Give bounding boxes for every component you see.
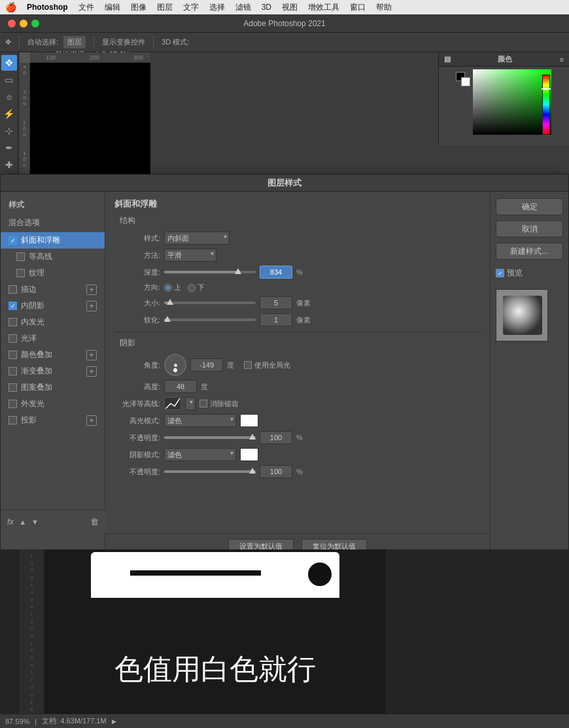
- drop-shadow-checkbox[interactable]: [9, 416, 17, 425]
- soften-input[interactable]: [260, 313, 292, 326]
- bevel-emboss-item[interactable]: ✓ 斜面和浮雕: [1, 232, 105, 249]
- apple-menu[interactable]: 🍎: [5, 2, 16, 12]
- menu-3d[interactable]: 3D: [262, 3, 271, 12]
- highlight-opacity-slider[interactable]: [164, 436, 256, 439]
- angle-unit: 度: [227, 360, 240, 370]
- color-picker-area[interactable]: [439, 67, 569, 145]
- alias-checkbox[interactable]: 消除锯齿: [199, 399, 239, 409]
- pattern-overlay-item[interactable]: 图案叠加: [1, 379, 105, 396]
- move-down-btn[interactable]: ▼: [31, 518, 39, 526]
- inner-glow-checkbox[interactable]: [9, 318, 17, 326]
- inner-shadow-add-btn[interactable]: +: [86, 301, 97, 311]
- menu-filter[interactable]: 滤镜: [235, 2, 251, 13]
- outer-glow-item[interactable]: 外发光: [1, 396, 105, 412]
- global-light-check[interactable]: [244, 361, 252, 369]
- satin-checkbox[interactable]: [9, 334, 17, 343]
- eyedropper-tool[interactable]: ✒: [1, 140, 17, 156]
- direction-up[interactable]: 上: [164, 283, 181, 292]
- contour-checkbox[interactable]: [16, 252, 25, 261]
- altitude-input[interactable]: [164, 380, 197, 393]
- highlight-opacity-input[interactable]: [260, 431, 292, 444]
- blend-options-item[interactable]: 混合选项: [1, 215, 105, 231]
- pattern-overlay-checkbox[interactable]: [9, 383, 17, 392]
- stroke-item[interactable]: 描边 +: [1, 281, 105, 298]
- menu-help[interactable]: 帮助: [376, 2, 392, 13]
- menu-edit[interactable]: 编辑: [105, 2, 120, 13]
- gradient-overlay-checkbox[interactable]: [9, 367, 17, 375]
- drop-shadow-item[interactable]: 投影 +: [1, 412, 105, 428]
- stroke-add-btn[interactable]: +: [86, 285, 97, 295]
- menu-file[interactable]: 文件: [78, 2, 94, 13]
- shadow-mode-select[interactable]: 滤色: [164, 448, 236, 461]
- contour-item[interactable]: 等高线: [1, 249, 105, 265]
- marquee-tool[interactable]: ▭: [1, 72, 17, 88]
- cancel-button[interactable]: 取消: [496, 220, 563, 237]
- delete-style-btn[interactable]: 🗑: [90, 517, 99, 527]
- menu-text[interactable]: 文字: [183, 2, 199, 13]
- gradient-overlay-item[interactable]: 渐变叠加 +: [1, 363, 105, 379]
- direction-down[interactable]: 下: [188, 283, 205, 292]
- satin-item[interactable]: 光泽: [1, 330, 105, 347]
- gradient-overlay-add-btn[interactable]: +: [86, 366, 97, 377]
- menu-view[interactable]: 视图: [282, 2, 298, 13]
- move-tool[interactable]: ✥: [1, 55, 17, 71]
- menu-layer[interactable]: 图层: [157, 2, 173, 13]
- move-up-btn[interactable]: ▲: [19, 518, 26, 526]
- highlight-mode-select[interactable]: 滤色: [164, 414, 236, 427]
- down-radio[interactable]: [188, 284, 196, 292]
- angle-input[interactable]: [190, 358, 223, 372]
- menu-select[interactable]: 选择: [209, 2, 225, 13]
- ok-button[interactable]: 确定: [496, 198, 563, 215]
- inner-glow-item[interactable]: 内发光: [1, 314, 105, 330]
- color-overlay-add-btn[interactable]: +: [86, 350, 97, 360]
- preview-check-box[interactable]: ✓: [496, 269, 504, 277]
- soften-slider[interactable]: [164, 319, 256, 321]
- global-light-checkbox[interactable]: 使用全局光: [244, 360, 290, 370]
- inner-shadow-item[interactable]: ✓ 内阴影 +: [1, 298, 105, 314]
- new-style-button[interactable]: 新建样式...: [496, 243, 563, 260]
- texture-checkbox[interactable]: [16, 269, 25, 277]
- background-color-swatch[interactable]: [461, 77, 470, 86]
- crop-tool[interactable]: ⊹: [1, 123, 17, 139]
- color-overlay-item[interactable]: 颜色叠加 +: [1, 347, 105, 363]
- magic-wand-tool[interactable]: ⚡: [1, 106, 17, 122]
- close-button[interactable]: [8, 20, 16, 27]
- color-panel-menu[interactable]: ≡: [560, 56, 564, 63]
- bevel-checkbox[interactable]: ✓: [9, 236, 17, 245]
- up-radio[interactable]: [164, 284, 172, 292]
- shadow-opacity-input[interactable]: [260, 465, 292, 478]
- fx-icon[interactable]: fx: [7, 517, 14, 527]
- alias-check[interactable]: [199, 400, 207, 407]
- shadow-opacity-slider[interactable]: [164, 470, 256, 473]
- stroke-checkbox[interactable]: [9, 285, 17, 294]
- maximize-button[interactable]: [31, 20, 39, 27]
- angle-dial[interactable]: [164, 354, 186, 376]
- method-select[interactable]: 平滑: [164, 249, 216, 262]
- menu-image[interactable]: 图像: [131, 2, 147, 13]
- highlight-color-swatch[interactable]: [240, 414, 258, 427]
- minimize-button[interactable]: [20, 20, 27, 27]
- size-slider[interactable]: [164, 302, 256, 304]
- move-tool-icon[interactable]: ✥: [5, 38, 11, 46]
- hue-slider[interactable]: [542, 75, 550, 135]
- gloss-contour-selector[interactable]: [164, 397, 181, 410]
- drop-shadow-add-btn[interactable]: +: [86, 415, 97, 426]
- menu-photoshop[interactable]: Photoshop: [27, 3, 68, 12]
- menu-plugins[interactable]: 增效工具: [308, 2, 339, 13]
- gloss-dropdown[interactable]: [185, 397, 196, 410]
- color-gradient[interactable]: [473, 69, 551, 135]
- color-overlay-checkbox[interactable]: [9, 351, 17, 359]
- inner-shadow-checkbox[interactable]: ✓: [9, 302, 17, 310]
- lasso-tool[interactable]: ⌾: [1, 89, 17, 105]
- size-input[interactable]: [260, 296, 292, 309]
- depth-slider[interactable]: [164, 271, 256, 273]
- heal-tool[interactable]: ✚: [1, 157, 17, 173]
- texture-item[interactable]: 纹理: [1, 265, 105, 281]
- style-select[interactable]: 内斜面: [164, 232, 230, 245]
- depth-input[interactable]: [260, 266, 292, 279]
- menu-window[interactable]: 窗口: [350, 2, 366, 13]
- preview-checkbox[interactable]: ✓ 预览: [496, 268, 563, 279]
- outer-glow-checkbox[interactable]: [9, 400, 17, 408]
- shadow-color-swatch[interactable]: [240, 448, 258, 461]
- layer-select-dropdown[interactable]: 图层: [63, 36, 86, 48]
